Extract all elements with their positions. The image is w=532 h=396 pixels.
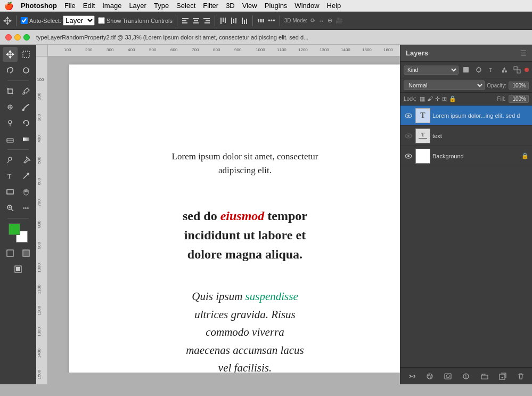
text-tools: T [3, 168, 34, 183]
layer-item-text-raster[interactable]: T text [400, 126, 532, 146]
eraser-tool-btn[interactable] [3, 132, 18, 147]
close-button[interactable] [5, 34, 12, 41]
threed-rotate-icon[interactable]: ⟳ [310, 17, 315, 24]
align-top-icon[interactable] [219, 17, 227, 25]
move-tool-icon[interactable] [3, 17, 12, 25]
marquee-tool-btn[interactable] [19, 47, 34, 62]
layer-item-background[interactable]: Background 🔒 [400, 146, 532, 166]
delete-layer-btn[interactable] [515, 370, 527, 382]
svg-rect-38 [23, 250, 29, 256]
filter-kind-select[interactable]: Kind Name Effect Mode Attribute Color [404, 66, 459, 75]
svg-point-60 [446, 375, 449, 378]
dodge-tool-btn[interactable] [3, 152, 18, 167]
rect-shape-btn[interactable] [3, 184, 18, 199]
apple-menu[interactable]: 🍎 [4, 2, 13, 10]
canvas-scroll[interactable]: Lorem ipsum dolor sit amet, consectetur … [48, 56, 400, 373]
svg-point-54 [407, 135, 410, 137]
lock-transparent-icon[interactable]: ▦ [420, 95, 425, 102]
align-bottom-icon[interactable] [241, 17, 248, 25]
filter-adjust-icon[interactable] [473, 64, 484, 75]
layer-visibility-toggle-2[interactable] [404, 151, 413, 161]
align-middle-icon[interactable] [230, 17, 238, 25]
eyedropper-btn[interactable] [19, 84, 34, 99]
add-group-btn[interactable] [479, 370, 490, 382]
filter-smart-icon[interactable] [512, 64, 522, 75]
standard-mode-btn[interactable] [3, 246, 18, 261]
auto-select-check[interactable] [21, 17, 28, 24]
screen-mode-btn[interactable] [11, 262, 26, 277]
minimize-button[interactable] [14, 34, 21, 41]
fill-label: Fill: [497, 96, 505, 102]
threed-zoom-icon[interactable]: ⊕ [328, 17, 332, 24]
menu-view[interactable]: View [242, 2, 257, 10]
lock-icons: ▦ 🖌 ✛ ⊞ 🔒 [420, 95, 456, 102]
align-left-icon[interactable] [182, 17, 189, 25]
lock-paint-icon[interactable]: 🖌 [427, 95, 433, 102]
transform-check[interactable] [98, 17, 105, 24]
menu-window[interactable]: Window [294, 2, 319, 10]
svg-rect-12 [231, 18, 232, 24]
brush-tool-btn[interactable] [19, 100, 34, 115]
stamp-tool-btn[interactable] [3, 116, 18, 131]
menu-3d[interactable]: 3D [226, 2, 235, 10]
move-tool-btn[interactable] [3, 47, 18, 62]
threed-camera-icon[interactable]: 🎥 [335, 17, 343, 24]
more-options-icon[interactable]: ••• [268, 17, 275, 25]
heal-tool-btn[interactable] [3, 100, 18, 115]
eraser-tools [3, 132, 34, 147]
crop-tool-btn[interactable] [3, 84, 18, 99]
panel-close-btn[interactable]: ☰ [521, 50, 527, 57]
menu-select[interactable]: Select [176, 2, 195, 10]
filter-shape-icon[interactable] [499, 64, 510, 75]
fill-value[interactable] [509, 95, 529, 103]
transform-checkbox[interactable]: Show Transform Controls [98, 17, 173, 24]
hand-tool-btn[interactable] [19, 184, 34, 199]
menu-plugins[interactable]: Plugins [265, 2, 288, 10]
menu-help[interactable]: Help [327, 2, 341, 10]
lock-all-icon[interactable]: 🔒 [449, 95, 456, 102]
lock-position-icon[interactable]: ✛ [435, 95, 440, 102]
add-link-btn[interactable] [406, 370, 418, 382]
svg-rect-37 [7, 250, 13, 256]
quick-mask-btn[interactable] [19, 246, 34, 261]
menu-file[interactable]: File [64, 2, 76, 10]
lock-artboard-icon[interactable]: ⊞ [442, 95, 447, 102]
history-brush-btn[interactable] [19, 116, 34, 131]
color-swatch[interactable] [9, 223, 28, 243]
lock-fill-row: Lock: ▦ 🖌 ✛ ⊞ 🔒 Fill: [400, 93, 532, 106]
layer-visibility-toggle-1[interactable] [404, 131, 413, 141]
maximize-button[interactable] [23, 34, 30, 41]
menu-type[interactable]: Type [154, 2, 169, 10]
layer-visibility-toggle-0[interactable] [404, 111, 413, 120]
auto-select-checkbox[interactable]: Auto-Select: Layer Group [21, 15, 95, 26]
quick-select-btn[interactable] [19, 63, 34, 78]
align-right-icon[interactable] [203, 17, 210, 25]
text-tool-btn[interactable]: T [3, 168, 18, 183]
foreground-color-swatch[interactable] [9, 223, 20, 235]
add-effect-btn[interactable]: fx [424, 370, 436, 382]
add-mask-btn[interactable] [442, 370, 454, 382]
menu-filter[interactable]: Filter [203, 2, 218, 10]
pen-tool-btn[interactable] [19, 152, 34, 167]
filter-pixel-icon[interactable] [461, 64, 471, 75]
threed-pan-icon[interactable]: ↔ [318, 18, 324, 24]
extra-tool-btn[interactable]: ••• [19, 200, 34, 215]
blend-mode-select[interactable]: Normal Dissolve Multiply Screen Overlay [404, 80, 485, 90]
layer-item-text[interactable]: T Lorem ipsum dolor...ing elit. sed d [400, 106, 532, 126]
opacity-value[interactable] [509, 82, 529, 90]
add-layer-btn[interactable] [497, 370, 509, 382]
auto-select-dropdown[interactable]: Layer Group [63, 15, 95, 26]
align-center-icon[interactable] [192, 17, 200, 25]
menu-edit[interactable]: Edit [83, 2, 95, 10]
path-select-btn[interactable] [19, 168, 34, 183]
menu-image[interactable]: Image [102, 2, 121, 10]
stamp-tools [3, 116, 34, 131]
distribute-icon[interactable] [257, 17, 265, 25]
gradient-tool-btn[interactable] [19, 132, 34, 147]
add-adjustment-btn[interactable] [460, 370, 472, 382]
zoom-tool-btn[interactable] [3, 200, 18, 215]
layer-name-0: Lorem ipsum dolor...ing elit. sed d [432, 112, 529, 119]
lasso-tool-btn[interactable] [3, 63, 18, 78]
filter-type-icon[interactable]: T [486, 64, 497, 75]
menu-layer[interactable]: Layer [129, 2, 146, 10]
